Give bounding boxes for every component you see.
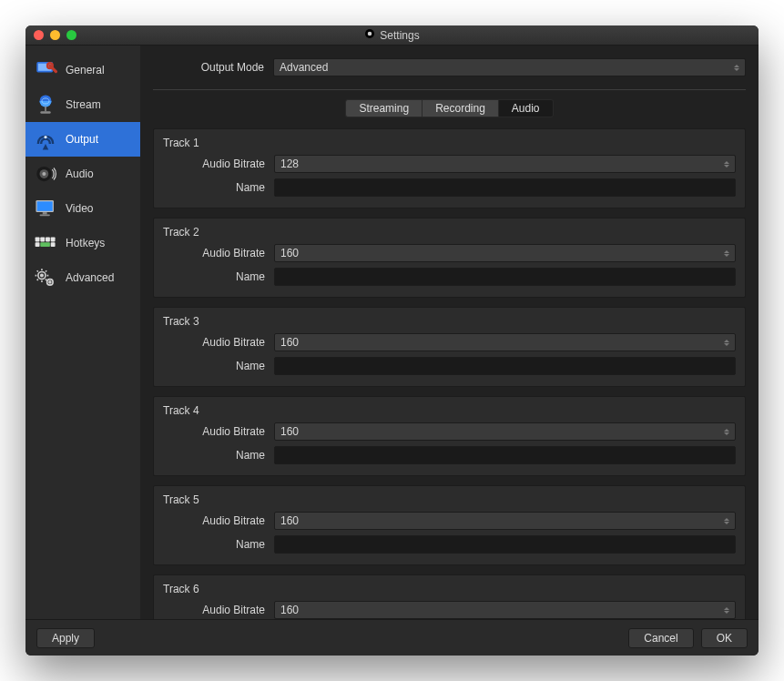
stepper-icon — [730, 60, 743, 75]
footer: Apply Cancel OK — [25, 619, 759, 656]
sidebar-item-label: General — [66, 64, 105, 76]
svg-rect-21 — [40, 242, 50, 247]
svg-rect-17 — [40, 238, 45, 242]
name-label: Name — [163, 270, 274, 283]
zoom-window-button[interactable] — [66, 30, 76, 40]
name-label: Name — [163, 538, 274, 551]
track-2-group: Track 2 Audio Bitrate 160 Name — [153, 218, 746, 298]
svg-rect-13 — [37, 201, 53, 211]
track-1-name-input[interactable] — [274, 178, 736, 197]
keyboard-icon — [33, 230, 58, 256]
svg-rect-18 — [46, 238, 50, 242]
tracks-scroll[interactable]: Track 1 Audio Bitrate 128 Name — [153, 128, 746, 619]
track-4-bitrate-select[interactable]: 160 — [274, 422, 736, 441]
track-6-group: Track 6 Audio Bitrate 160 Name — [153, 574, 746, 619]
sidebar-item-label: Stream — [66, 98, 101, 111]
minimize-window-button[interactable] — [50, 30, 60, 40]
sidebar-item-advanced[interactable]: Advanced — [25, 260, 140, 295]
output-mode-value: Advanced — [280, 61, 328, 74]
bitrate-label: Audio Bitrate — [163, 336, 274, 349]
settings-sidebar: General Stream — [25, 46, 140, 619]
tab-streaming[interactable]: Streaming — [345, 99, 423, 117]
window-controls — [25, 30, 76, 40]
svg-rect-16 — [36, 238, 40, 242]
svg-rect-15 — [40, 215, 50, 217]
svg-rect-7 — [40, 111, 50, 113]
separator — [153, 89, 746, 90]
output-mode-select[interactable]: Advanced — [273, 58, 746, 76]
track-5-bitrate-select[interactable]: 160 — [274, 512, 736, 530]
track-3-bitrate-select[interactable]: 160 — [274, 333, 736, 351]
sidebar-item-general[interactable]: General — [25, 53, 140, 87]
track-title: Track 2 — [163, 226, 736, 239]
broadcast-icon — [33, 127, 58, 152]
track-4-group: Track 4 Audio Bitrate 160 Name — [153, 396, 746, 476]
stepper-icon — [720, 424, 733, 439]
svg-rect-19 — [51, 238, 56, 242]
output-tabbar: Streaming Recording Audio — [153, 99, 746, 117]
bitrate-label: Audio Bitrate — [163, 158, 274, 170]
svg-point-11 — [42, 172, 46, 176]
name-label: Name — [163, 449, 274, 462]
sidebar-item-audio[interactable]: Audio — [25, 157, 140, 191]
tab-audio[interactable]: Audio — [499, 99, 554, 117]
track-3-group: Track 3 Audio Bitrate 160 Name — [153, 307, 746, 387]
app-icon — [364, 28, 375, 42]
stepper-icon — [720, 157, 733, 171]
stepper-icon — [720, 513, 733, 528]
sidebar-item-label: Advanced — [66, 271, 114, 284]
name-label: Name — [163, 181, 274, 194]
track-6-bitrate-select[interactable]: 160 — [274, 601, 736, 619]
track-4-name-input[interactable] — [274, 446, 736, 464]
svg-rect-6 — [45, 107, 46, 112]
sidebar-item-video[interactable]: Video — [25, 191, 140, 226]
track-title: Track 6 — [163, 583, 736, 595]
bitrate-label: Audio Bitrate — [163, 604, 274, 616]
track-5-name-input[interactable] — [274, 535, 736, 554]
track-title: Track 5 — [163, 493, 736, 506]
name-label: Name — [163, 360, 274, 372]
bitrate-label: Audio Bitrate — [163, 247, 274, 259]
track-3-name-input[interactable] — [274, 357, 736, 375]
track-title: Track 4 — [163, 404, 736, 417]
svg-rect-22 — [51, 242, 56, 247]
stepper-icon — [720, 603, 733, 617]
svg-rect-20 — [36, 242, 40, 247]
svg-point-26 — [49, 281, 51, 283]
apply-button[interactable]: Apply — [36, 628, 95, 648]
settings-window: Settings General — [25, 25, 759, 656]
track-1-bitrate-select[interactable]: 128 — [274, 155, 736, 173]
sidebar-item-output[interactable]: Output — [25, 122, 140, 157]
bitrate-label: Audio Bitrate — [163, 514, 274, 527]
sidebar-item-stream[interactable]: Stream — [25, 87, 140, 122]
monitor-icon — [33, 196, 58, 221]
sidebar-item-label: Video — [66, 202, 93, 215]
sidebar-item-label: Output — [66, 133, 98, 146]
close-window-button[interactable] — [34, 30, 44, 40]
svg-point-1 — [368, 32, 372, 36]
stepper-icon — [720, 246, 733, 260]
output-mode-label: Output Mode — [153, 61, 273, 74]
window-title: Settings — [380, 29, 419, 42]
wrench-icon — [33, 57, 58, 83]
svg-point-8 — [44, 136, 46, 138]
globe-icon — [33, 92, 58, 117]
track-title: Track 1 — [163, 137, 736, 149]
stepper-icon — [720, 335, 733, 350]
sidebar-item-label: Hotkeys — [66, 237, 105, 249]
track-2-bitrate-select[interactable]: 160 — [274, 244, 736, 262]
svg-rect-14 — [43, 212, 47, 214]
tab-recording[interactable]: Recording — [423, 99, 499, 117]
speaker-icon — [33, 161, 58, 187]
track-5-group: Track 5 Audio Bitrate 160 Name — [153, 485, 746, 565]
main-panel: Output Mode Advanced Streaming Recording… — [140, 46, 759, 619]
sidebar-item-hotkeys[interactable]: Hotkeys — [25, 226, 140, 260]
gears-icon — [33, 265, 58, 290]
titlebar: Settings — [25, 25, 759, 46]
track-1-group: Track 1 Audio Bitrate 128 Name — [153, 128, 746, 208]
cancel-button[interactable]: Cancel — [628, 628, 693, 648]
track-title: Track 3 — [163, 315, 736, 328]
track-2-name-input[interactable] — [274, 268, 736, 286]
bitrate-label: Audio Bitrate — [163, 425, 274, 438]
ok-button[interactable]: OK — [701, 628, 748, 648]
